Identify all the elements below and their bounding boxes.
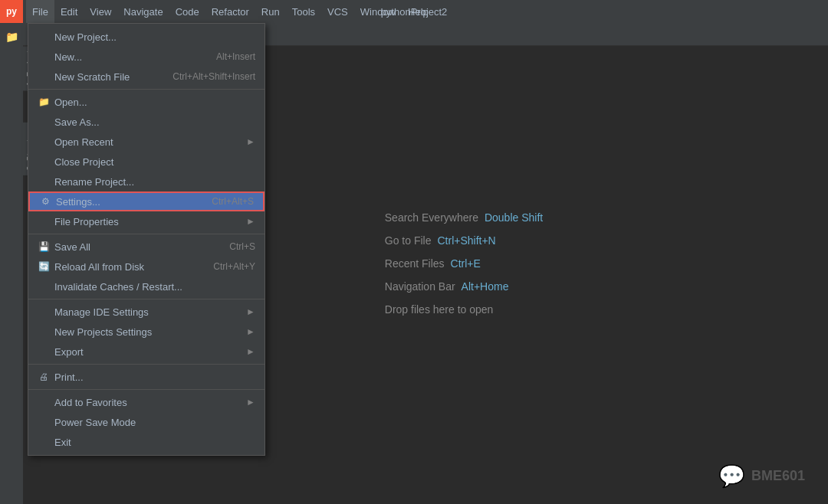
menu-item-open-recent[interactable]: Open Recent ► (28, 132, 264, 152)
separator-3 (28, 299, 264, 299)
menu-item-new-scratch-file[interactable]: New Scratch File Ctrl+Alt+Shift+Insert (28, 67, 264, 87)
menu-item-invalidate-caches[interactable]: Invalidate Caches / Restart... (28, 277, 264, 296)
print-icon: 🖨 (38, 371, 50, 383)
settings-icon: ⚙ (39, 195, 51, 208)
menu-item-close-project[interactable]: Close Project (28, 152, 264, 172)
menu-item-manage-ide[interactable]: Manage IDE Settings ► (28, 302, 264, 322)
menu-item-save-all[interactable]: 💾 Save All Ctrl+S (28, 237, 264, 257)
menu-item-file-properties[interactable]: File Properties ► (28, 211, 264, 231)
save-as-icon (38, 116, 50, 128)
menu-item-settings[interactable]: ⚙ Settings... Ctrl+Alt+S (28, 191, 264, 211)
separator-4 (28, 364, 264, 365)
separator-5 (28, 389, 264, 390)
export-icon (38, 345, 50, 358)
menu-item-power-save-mode[interactable]: Power Save Mode (28, 412, 264, 432)
close-project-icon (38, 155, 50, 168)
menu-item-new[interactable]: New... Alt+Insert (28, 47, 264, 67)
scratch-file-icon (38, 70, 50, 83)
menu-item-reload-all[interactable]: 🔄 Reload All from Disk Ctrl+Alt+Y (28, 257, 264, 277)
menu-item-save-as[interactable]: Save As... (28, 112, 264, 132)
file-dropdown-menu: New Project... New... Alt+Insert New Scr… (28, 23, 265, 456)
menu-item-new-projects-settings[interactable]: New Projects Settings ► (28, 322, 264, 342)
menu-item-print[interactable]: 🖨 Print... (28, 367, 264, 387)
reload-icon: 🔄 (38, 260, 50, 273)
open-icon: 📁 (38, 96, 50, 108)
menu-item-add-to-favorites[interactable]: Add to Favorites ► (28, 392, 264, 412)
favorites-icon (38, 396, 50, 408)
rename-project-icon (38, 175, 50, 188)
manage-ide-icon (38, 306, 50, 318)
new-projects-settings-icon (38, 326, 50, 338)
menu-item-new-project[interactable]: New Project... (28, 27, 264, 47)
menu-item-exit[interactable]: Exit (28, 432, 264, 452)
open-recent-icon (38, 136, 50, 148)
exit-icon (38, 436, 50, 448)
power-save-icon (38, 416, 50, 428)
menu-item-open[interactable]: 📁 Open... (28, 92, 264, 112)
new-icon (38, 51, 50, 63)
save-all-icon: 💾 (38, 241, 50, 253)
menu-item-rename-project[interactable]: Rename Project... (28, 172, 264, 191)
menu-item-export[interactable]: Export ► (28, 342, 264, 362)
new-project-icon (38, 31, 50, 43)
separator-2 (28, 234, 264, 234)
dropdown-overlay: New Project... New... Alt+Insert New Scr… (0, 0, 828, 504)
file-properties-icon (38, 215, 50, 227)
invalidate-caches-icon (38, 280, 50, 293)
separator-1 (28, 89, 264, 90)
